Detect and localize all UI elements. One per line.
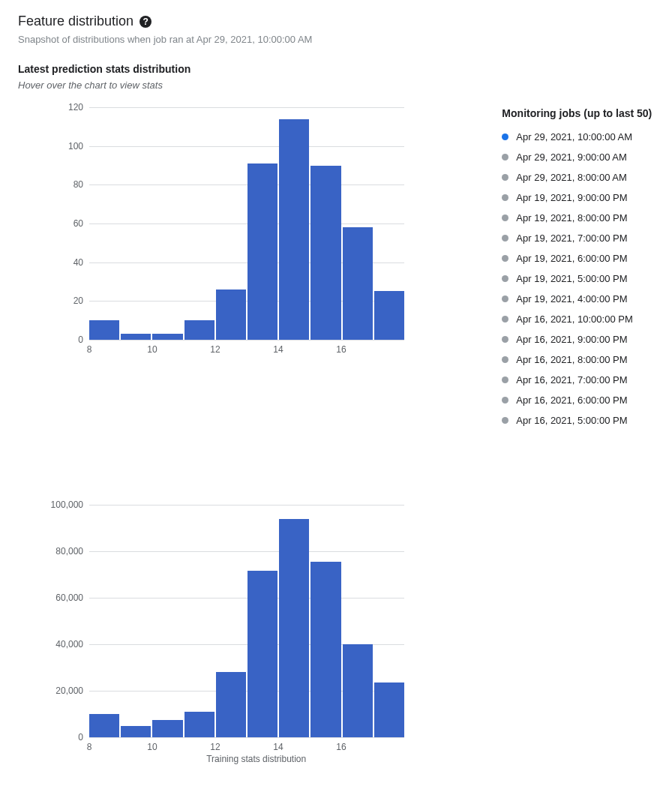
y-tick-label: 80,000 xyxy=(56,546,89,556)
bar[interactable] xyxy=(152,720,182,737)
monitoring-job-label: Apr 29, 2021, 8:00:00 AM xyxy=(516,172,626,183)
bar[interactable] xyxy=(248,164,278,340)
bar[interactable] xyxy=(374,291,404,340)
bar[interactable] xyxy=(248,571,278,737)
job-dot-icon xyxy=(502,376,508,383)
monitoring-job-label: Apr 16, 2021, 5:00:00 PM xyxy=(516,415,627,426)
monitoring-job-item[interactable]: Apr 19, 2021, 9:00:00 PM xyxy=(502,188,654,208)
bar[interactable] xyxy=(343,227,373,340)
job-dot-icon xyxy=(502,397,508,404)
job-dot-icon xyxy=(502,336,508,343)
monitoring-job-item[interactable]: Apr 19, 2021, 4:00:00 PM xyxy=(502,289,654,309)
job-dot-icon xyxy=(502,275,508,282)
job-dot-icon xyxy=(502,154,508,160)
x-tick-label: 8 xyxy=(87,737,92,752)
bars xyxy=(89,107,404,340)
monitoring-job-label: Apr 19, 2021, 5:00:00 PM xyxy=(516,273,627,284)
bar[interactable] xyxy=(279,519,309,737)
section-title: Latest prediction stats distribution xyxy=(18,63,654,75)
bar[interactable] xyxy=(152,334,182,340)
bars xyxy=(89,505,404,737)
y-tick-label: 100,000 xyxy=(51,500,89,510)
bar[interactable] xyxy=(310,166,340,340)
monitoring-job-label: Apr 16, 2021, 9:00:00 PM xyxy=(516,334,627,345)
monitoring-job-item[interactable]: Apr 16, 2021, 9:00:00 PM xyxy=(502,329,654,350)
job-dot-icon xyxy=(502,296,508,302)
bar[interactable] xyxy=(89,320,119,340)
bar[interactable] xyxy=(374,682,404,737)
monitoring-job-item[interactable]: Apr 16, 2021, 10:00:00 PM xyxy=(502,309,654,329)
x-tick-label: 12 xyxy=(210,737,220,752)
job-dot-icon xyxy=(502,235,508,242)
y-tick-label: 20,000 xyxy=(56,686,89,696)
x-tick-label: 10 xyxy=(147,340,157,355)
monitoring-job-item[interactable]: Apr 29, 2021, 9:00:00 AM xyxy=(502,147,654,167)
monitoring-job-label: Apr 19, 2021, 8:00:00 PM xyxy=(516,212,627,224)
job-dot-icon xyxy=(502,417,508,424)
gridline xyxy=(89,340,404,340)
monitoring-job-item[interactable]: Apr 29, 2021, 10:00:00 AM xyxy=(502,127,654,147)
monitoring-job-label: Apr 29, 2021, 10:00:00 AM xyxy=(516,131,632,142)
monitoring-job-label: Apr 16, 2021, 6:00:00 PM xyxy=(516,394,627,406)
monitoring-job-label: Apr 19, 2021, 9:00:00 PM xyxy=(516,192,627,203)
monitoring-job-label: Apr 19, 2021, 6:00:00 PM xyxy=(516,253,627,264)
monitoring-job-item[interactable]: Apr 16, 2021, 7:00:00 PM xyxy=(502,370,654,390)
monitoring-job-item[interactable]: Apr 19, 2021, 6:00:00 PM xyxy=(502,248,654,268)
page-subtitle: Snapshot of distributions when job ran a… xyxy=(18,34,654,45)
x-tick-label: 16 xyxy=(336,737,346,752)
bar[interactable] xyxy=(279,119,309,340)
monitoring-job-item[interactable]: Apr 16, 2021, 8:00:00 PM xyxy=(502,350,654,370)
monitoring-job-label: Apr 19, 2021, 7:00:00 PM xyxy=(516,232,627,244)
monitoring-job-item[interactable]: Apr 19, 2021, 5:00:00 PM xyxy=(502,268,654,289)
job-dot-icon xyxy=(502,255,508,262)
training-chart-xlabel: Training stats distribution xyxy=(89,754,423,764)
bar[interactable] xyxy=(310,562,340,737)
gridline xyxy=(89,737,404,738)
job-dot-icon xyxy=(502,174,508,181)
training-stats-chart[interactable]: 020,00040,00060,00080,000100,00081012141… xyxy=(89,505,423,764)
x-tick-label: 14 xyxy=(273,737,283,752)
monitoring-job-item[interactable]: Apr 16, 2021, 5:00:00 PM xyxy=(502,410,654,430)
y-tick-label: 120 xyxy=(68,102,89,112)
y-tick-label: 40,000 xyxy=(56,639,89,650)
x-tick-label: 8 xyxy=(87,340,92,355)
bar[interactable] xyxy=(121,726,151,738)
bar[interactable] xyxy=(121,334,151,340)
bar[interactable] xyxy=(343,644,373,737)
y-tick-label: 20 xyxy=(74,296,89,306)
bar[interactable] xyxy=(216,290,246,340)
monitoring-job-label: Apr 16, 2021, 10:00:00 PM xyxy=(516,314,632,325)
monitoring-job-item[interactable]: Apr 29, 2021, 8:00:00 AM xyxy=(502,167,654,188)
monitoring-job-label: Apr 16, 2021, 8:00:00 PM xyxy=(516,354,627,365)
y-tick-label: 60,000 xyxy=(56,592,89,603)
monitoring-job-label: Apr 29, 2021, 9:00:00 AM xyxy=(516,152,626,163)
y-tick-label: 100 xyxy=(68,141,89,152)
x-tick-label: 14 xyxy=(273,340,283,355)
bar[interactable] xyxy=(184,712,214,737)
bar[interactable] xyxy=(89,714,119,737)
monitoring-jobs-title: Monitoring jobs (up to last 50) xyxy=(502,107,654,119)
x-tick-label: 10 xyxy=(147,737,157,752)
help-icon[interactable]: ? xyxy=(140,16,152,28)
monitoring-job-item[interactable]: Apr 16, 2021, 6:00:00 PM xyxy=(502,390,654,410)
bar[interactable] xyxy=(216,672,246,737)
monitoring-job-item[interactable]: Apr 19, 2021, 8:00:00 PM xyxy=(502,208,654,228)
monitoring-jobs-list: Apr 29, 2021, 10:00:00 AMApr 29, 2021, 9… xyxy=(502,127,654,430)
monitoring-job-label: Apr 16, 2021, 7:00:00 PM xyxy=(516,374,627,386)
page-title: Feature distribution xyxy=(18,14,134,29)
prediction-stats-chart[interactable]: 020406080100120810121416 xyxy=(89,107,423,340)
job-dot-icon xyxy=(502,356,508,363)
monitoring-job-label: Apr 19, 2021, 4:00:00 PM xyxy=(516,293,627,304)
bar[interactable] xyxy=(184,320,214,340)
y-tick-label: 60 xyxy=(74,218,89,229)
section-hint: Hover over the chart to view stats xyxy=(18,80,654,91)
job-dot-icon xyxy=(502,194,508,201)
job-dot-icon xyxy=(502,214,508,221)
y-tick-label: 80 xyxy=(74,179,89,190)
job-dot-icon xyxy=(502,316,508,322)
x-tick-label: 12 xyxy=(210,340,220,355)
x-tick-label: 16 xyxy=(336,340,346,355)
job-dot-icon xyxy=(502,134,508,140)
y-tick-label: 40 xyxy=(74,257,89,268)
monitoring-job-item[interactable]: Apr 19, 2021, 7:00:00 PM xyxy=(502,228,654,248)
